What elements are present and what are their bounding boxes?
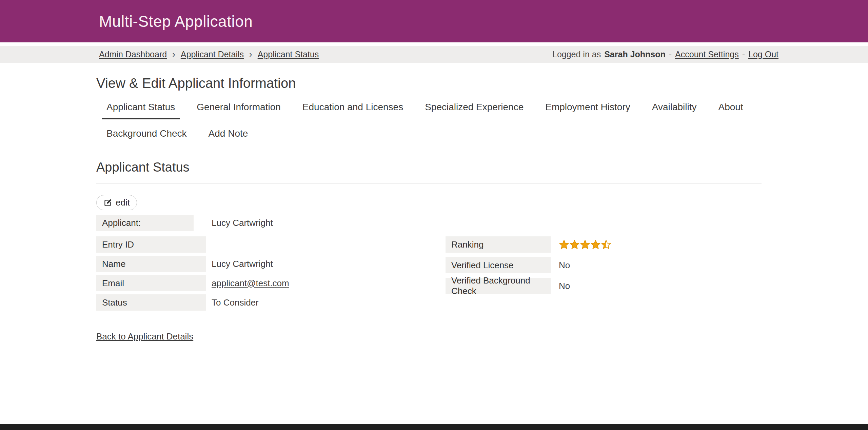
section-divider — [96, 183, 762, 183]
session-info: Logged in as Sarah Johnson - Account Set… — [552, 50, 778, 59]
breadcrumb-admin-dashboard[interactable]: Admin Dashboard — [99, 50, 167, 59]
app-title: Multi-Step Application — [99, 12, 253, 31]
field-row-verified-background-check: Verified Background Check No — [446, 278, 611, 294]
tab-background-check[interactable]: Background Check — [102, 126, 192, 146]
field-row-ranking: Ranking — [446, 236, 611, 253]
breadcrumb-separator-icon: › — [172, 49, 175, 60]
breadcrumb-bar: Admin Dashboard › Applicant Details › Ap… — [0, 46, 868, 63]
edit-button[interactable]: edit — [96, 195, 137, 210]
tab-general-information[interactable]: General Information — [192, 100, 285, 119]
email-link[interactable]: applicant@test.com — [212, 278, 289, 289]
field-row-status: Status To Consider — [96, 294, 446, 311]
field-row-entry-id: Entry ID — [96, 236, 446, 253]
star-icon — [590, 239, 601, 250]
session-dash: - — [669, 50, 672, 59]
star-icon — [601, 239, 611, 250]
main-content: View & Edit Applicant Information Applic… — [0, 76, 868, 342]
field-row-email: Email applicant@test.com — [96, 275, 446, 291]
tab-availability[interactable]: Availability — [647, 100, 702, 119]
tab-education-and-licenses[interactable]: Education and Licenses — [298, 100, 408, 119]
breadcrumb-separator-icon: › — [249, 49, 252, 60]
logged-in-prefix: Logged in as — [552, 50, 601, 59]
back-to-applicant-details-link[interactable]: Back to Applicant Details — [96, 331, 193, 342]
log-out-link[interactable]: Log Out — [748, 50, 778, 59]
session-dash: - — [742, 50, 745, 59]
form-right-column: Ranking Verified License No Verified Bac… — [446, 236, 611, 298]
field-row-verified-license: Verified License No — [446, 257, 611, 273]
field-value-applicant: Lucy Cartwright — [212, 218, 273, 228]
section-title: Applicant Status — [96, 160, 762, 175]
page-title: View & Edit Applicant Information — [96, 76, 762, 91]
tab-add-note[interactable]: Add Note — [204, 126, 253, 146]
field-label: Email — [96, 275, 206, 291]
star-icon — [580, 239, 590, 250]
star-rating[interactable] — [559, 239, 611, 250]
field-label: Ranking — [446, 236, 551, 253]
breadcrumb: Admin Dashboard › Applicant Details › Ap… — [99, 49, 319, 60]
tab-bar-row2: Background Check Add Note — [102, 126, 762, 146]
tab-about[interactable]: About — [714, 100, 748, 119]
form-left-column: Applicant: Lucy Cartwright Entry ID Name… — [96, 215, 446, 314]
field-value-status: To Consider — [212, 297, 259, 308]
edit-icon — [103, 198, 112, 207]
star-icon — [569, 239, 580, 250]
breadcrumb-applicant-details[interactable]: Applicant Details — [181, 50, 244, 59]
field-row-name: Name Lucy Cartwright — [96, 256, 446, 272]
field-label: Verified License — [446, 257, 551, 273]
logged-in-user: Sarah Johnson — [604, 50, 666, 59]
field-label: Applicant: — [96, 215, 194, 231]
tab-bar: Applicant Status General Information Edu… — [102, 100, 762, 119]
account-settings-link[interactable]: Account Settings — [675, 50, 739, 59]
app-header: Multi-Step Application — [0, 0, 868, 42]
tab-applicant-status[interactable]: Applicant Status — [102, 100, 180, 119]
field-value-verified-license: No — [559, 260, 570, 271]
field-label: Verified Background Check — [446, 278, 551, 294]
star-icon — [559, 239, 569, 250]
field-value-name: Lucy Cartwright — [212, 259, 273, 269]
field-label: Status — [96, 294, 206, 311]
tab-employment-history[interactable]: Employment History — [540, 100, 635, 119]
bottom-bar — [0, 424, 868, 430]
field-row-applicant: Applicant: Lucy Cartwright — [96, 215, 446, 231]
applicant-status-form: Applicant: Lucy Cartwright Entry ID Name… — [96, 215, 762, 314]
breadcrumb-applicant-status[interactable]: Applicant Status — [258, 50, 319, 59]
field-value-verified-background-check: No — [559, 281, 570, 291]
tab-specialized-experience[interactable]: Specialized Experience — [420, 100, 528, 119]
edit-button-label: edit — [116, 197, 130, 208]
field-label: Entry ID — [96, 236, 206, 253]
field-label: Name — [96, 256, 206, 272]
